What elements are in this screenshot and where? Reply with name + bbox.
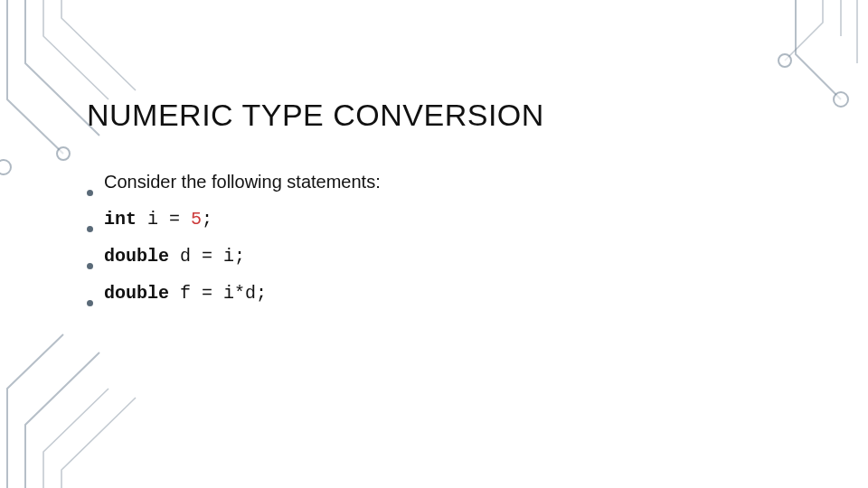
code-literal: 5: [191, 209, 202, 230]
code-keyword: double: [104, 283, 169, 304]
bullet-dot-icon: [87, 226, 93, 232]
bullet-item: int i = 5;: [87, 209, 774, 230]
code-line: int i = 5;: [104, 209, 212, 230]
code-segment: d = i;: [169, 246, 245, 267]
code-keyword: int: [104, 209, 137, 230]
bullet-item: Consider the following statements:: [87, 172, 774, 192]
bullet-dot-icon: [87, 263, 93, 269]
code-line: double f = i*d;: [104, 283, 267, 304]
circuit-decoration-top-right: [687, 0, 868, 181]
circuit-node-left: [0, 149, 29, 185]
svg-point-2: [778, 54, 791, 67]
svg-point-1: [834, 92, 848, 107]
code-keyword: double: [104, 246, 169, 267]
bullet-item: double d = i;: [87, 246, 774, 267]
code-segment: f = i*d;: [169, 283, 267, 304]
bullet-dot-icon: [87, 300, 93, 306]
code-segment: ;: [202, 209, 212, 230]
code-line: double d = i;: [104, 246, 245, 267]
bullet-list: Consider the following statements: int i…: [87, 172, 774, 320]
svg-point-0: [57, 147, 70, 160]
slide: NUMERIC TYPE CONVERSION Consider the fol…: [0, 0, 868, 488]
bullet-text: Consider the following statements:: [104, 172, 381, 192]
code-segment: i =: [137, 209, 191, 230]
slide-title: NUMERIC TYPE CONVERSION: [87, 98, 544, 133]
svg-point-3: [0, 160, 11, 174]
bullet-dot-icon: [87, 190, 93, 196]
bullet-item: double f = i*d;: [87, 283, 774, 304]
